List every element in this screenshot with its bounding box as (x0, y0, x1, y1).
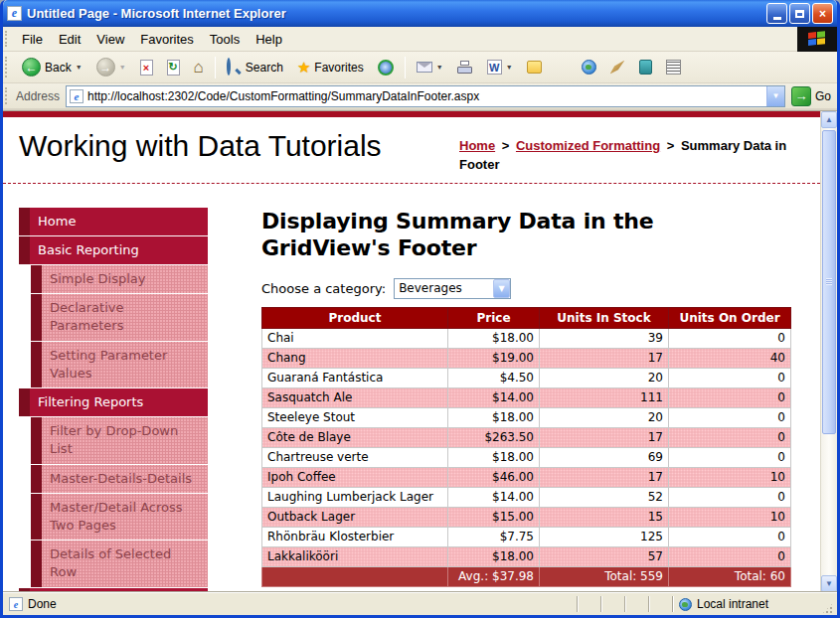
mail-button[interactable]: ▼ (411, 58, 449, 77)
stop-button[interactable]: × (134, 56, 159, 79)
favorites-label: Favorites (314, 61, 363, 75)
address-combo[interactable]: e http://localhost:2302/Code/CustomForma… (66, 85, 785, 107)
menu-bar: FileEditViewFavoritesToolsHelp (3, 27, 837, 52)
sidebar-item-label: Home (30, 208, 208, 235)
cell-value: 0 (669, 407, 791, 427)
close-button[interactable]: × (812, 3, 833, 24)
menu-item-tools[interactable]: Tools (202, 29, 248, 50)
edit-with-word-button[interactable]: W ▼ (481, 56, 519, 78)
cell-value: $19.00 (448, 348, 540, 368)
search-button[interactable]: Search (221, 56, 289, 78)
print-icon (457, 61, 473, 74)
sidebar-item-setting-parameter-values[interactable]: Setting Parameter Values (31, 342, 208, 387)
favorites-button[interactable]: ★ Favorites (291, 56, 370, 78)
maximize-button[interactable] (789, 3, 810, 24)
window-title: Untitled Page - Microsoft Internet Explo… (27, 6, 764, 21)
go-button[interactable]: → Go (791, 86, 831, 106)
sidebar-item-basic-reporting[interactable]: Basic Reporting (19, 236, 208, 264)
cell-product: Outback Lager (262, 507, 448, 527)
table-row: Outback Lager$15.001510 (262, 507, 791, 527)
toolbar-grip[interactable] (5, 31, 10, 48)
table-row: Rhönbräu Klosterbier$7.751250 (262, 527, 791, 546)
category-chooser: Choose a category: Beverages ▼ (261, 278, 792, 299)
research-book-icon (639, 60, 652, 75)
breadcrumb-link[interactable]: Customized Formatting (516, 138, 660, 153)
toolbar-grip[interactable] (5, 87, 10, 105)
products-gridview: ProductPriceUnits In StockUnits On Order… (261, 307, 791, 587)
status-text: Done (28, 597, 57, 611)
cell-value: 125 (540, 527, 669, 546)
page-header: Working with Data Tutorials Home > Custo… (3, 117, 820, 183)
cell-value: $46.00 (448, 467, 540, 487)
security-zone-text: Local intranet (697, 597, 768, 611)
messenger-grid-icon (666, 60, 681, 75)
select-chevron-icon: ▼ (493, 279, 510, 298)
cell-product: Guaraná Fantástica (262, 368, 448, 387)
sidebar-item-master-details-details[interactable]: Master-Details-Details (31, 465, 208, 493)
scrollbar-thumb[interactable] (822, 130, 836, 434)
scroll-up-button[interactable]: ▲ (821, 111, 837, 128)
back-label: Back (45, 61, 72, 75)
resize-grip[interactable] (821, 602, 834, 615)
sidebar-item-simple-display[interactable]: Simple Display (31, 265, 208, 293)
nav-item-strip (19, 388, 30, 416)
breadcrumb-link[interactable]: Home (459, 138, 495, 153)
status-panel (648, 596, 672, 612)
back-dropdown-icon[interactable]: ▼ (76, 64, 83, 71)
menu-item-view[interactable]: View (88, 29, 132, 50)
home-button[interactable]: ⌂ (188, 55, 210, 79)
sidebar-item-filtering-reports[interactable]: Filtering Reports (19, 388, 208, 416)
menu-item-edit[interactable]: Edit (51, 29, 88, 50)
nav-item-strip (31, 465, 42, 493)
menu-item-help[interactable]: Help (248, 29, 290, 50)
cell-value: 20 (540, 407, 669, 427)
print-button[interactable] (451, 57, 479, 77)
word-dropdown-icon[interactable]: ▼ (506, 64, 513, 71)
cell-value: 0 (669, 387, 791, 407)
toolbar-grip[interactable] (5, 57, 10, 78)
table-row: Sasquatch Ale$14.001110 (262, 387, 791, 407)
sidebar-item-master-detail-across-two-pages[interactable]: Master/Detail Across Two Pages (31, 494, 208, 540)
nav-item-strip (31, 265, 42, 293)
column-header: Price (448, 307, 540, 328)
sidebar-item-declarative-parameters[interactable]: Declarative Parameters (31, 294, 208, 340)
table-row: Chang$19.001740 (262, 348, 791, 368)
quill-pen-icon (610, 61, 625, 75)
status-panel (577, 596, 600, 612)
minimize-button[interactable] (766, 3, 787, 24)
menu-item-favorites[interactable]: Favorites (132, 29, 201, 50)
discuss-button[interactable] (521, 57, 548, 77)
vertical-scrollbar[interactable]: ▲ ▼ (820, 111, 837, 592)
mail-dropdown-icon[interactable]: ▼ (436, 64, 443, 71)
site-title: Working with Data Tutorials (19, 129, 459, 175)
standard-toolbar: ← Back ▼ → ▼ × ↻ ⌂ Search ★ Favorites ▼ … (3, 52, 837, 83)
title-bar[interactable]: e Untitled Page - Microsoft Internet Exp… (3, 0, 837, 27)
cell-value: 0 (669, 527, 791, 546)
sidebar-item-home[interactable]: Home (19, 208, 208, 235)
back-button[interactable]: ← Back ▼ (16, 54, 88, 80)
messenger-button[interactable] (660, 56, 687, 78)
sidebar-item-details-of-selected-row[interactable]: Details of Selected Row (31, 541, 208, 586)
browse-web-button[interactable] (576, 56, 602, 78)
category-select[interactable]: Beverages ▼ (394, 278, 511, 299)
history-button[interactable] (372, 56, 400, 79)
research-button[interactable] (633, 56, 658, 78)
scroll-down-button[interactable]: ▼ (821, 575, 837, 592)
windows-logo (797, 27, 837, 52)
forward-button[interactable]: → ▼ (90, 54, 132, 80)
refresh-button[interactable]: ↻ (161, 56, 186, 79)
cell-value: $18.00 (448, 407, 540, 427)
sidebar-item-filter-by-drop-down-list[interactable]: Filter by Drop-Down List (31, 417, 208, 463)
address-dropdown-button[interactable]: ▼ (766, 86, 784, 106)
menu-item-file[interactable]: File (14, 29, 51, 50)
address-input[interactable]: http://localhost:2302/Code/CustomFormatt… (87, 89, 766, 103)
table-row: Lakkalikööri$18.00570 (262, 546, 791, 566)
cell-value: 0 (669, 487, 791, 507)
cell-value: 17 (540, 348, 669, 368)
scrollbar-track[interactable] (821, 128, 837, 575)
sidebar-item-label: Basic Reporting (30, 236, 208, 264)
cell-product: Chai (262, 328, 448, 348)
home-icon: ⌂ (194, 59, 204, 76)
refresh-icon: ↻ (167, 60, 180, 76)
edit-page-button[interactable] (604, 57, 631, 78)
